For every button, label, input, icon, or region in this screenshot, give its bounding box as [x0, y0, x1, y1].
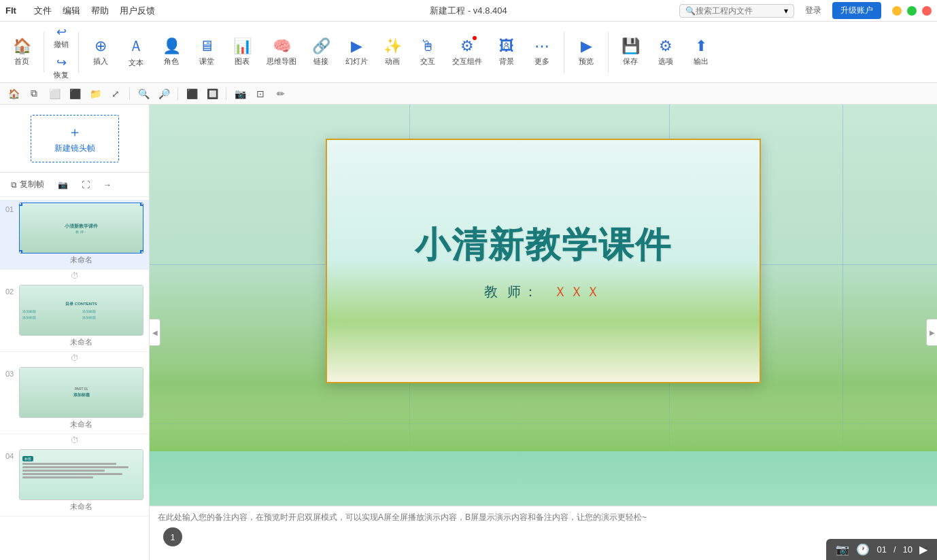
tool-options[interactable]: ⚙ 选项 — [649, 35, 682, 69]
toggle-right-sidebar[interactable]: ▶ — [926, 319, 937, 346]
tb2-align-left-icon[interactable]: ⬛ — [184, 86, 200, 102]
home-icon: 🏠 — [13, 37, 31, 55]
text-label: 文本 — [129, 58, 143, 68]
tb2-home-icon[interactable]: 🏠 — [5, 86, 22, 102]
slide-name-3: 未命名 — [19, 418, 143, 431]
tool-redo[interactable]: ↪ 恢复 — [50, 53, 73, 82]
tool-save[interactable]: 💾 保存 — [614, 35, 647, 69]
menu-file[interactable]: 文件 — [34, 5, 52, 17]
tb2-duplicate-icon[interactable]: ⬛ — [67, 86, 83, 102]
notes-textarea[interactable] — [158, 512, 929, 531]
link-label: 链接 — [313, 56, 328, 67]
slide-wrapper-3: PART 01 添加标题 未命名 — [19, 367, 143, 431]
slide-item-2[interactable]: 02 目录 CONTENTS 添加标题 添加标题 添加标题 添加标题 — [0, 282, 149, 352]
tb2-sep-3 — [226, 88, 226, 100]
tool-more[interactable]: ⋯ 更多 — [526, 35, 558, 69]
tool-home[interactable]: 🏠 首页 — [5, 35, 38, 69]
upgrade-button[interactable]: 升级账户 — [832, 2, 881, 19]
new-frame-label: 新建镜头帧 — [54, 143, 95, 154]
tool-animation[interactable]: ✨ 动画 — [376, 35, 409, 69]
arrow-icon: → — [103, 180, 112, 190]
slide-num-2: 02 — [5, 285, 19, 296]
search-box[interactable]: 🔍 ▾ — [679, 4, 794, 18]
chart-icon: 📊 — [233, 37, 252, 55]
menu-edit[interactable]: 编辑 — [63, 5, 80, 17]
options-label: 选项 — [658, 56, 673, 67]
tool-role[interactable]: 👤 角色 — [155, 35, 188, 69]
thumb-sub-1: 教 师： — [75, 230, 86, 234]
toggle-left-sidebar[interactable]: ◀ — [150, 319, 160, 346]
slide-main-title: 小清新教学课件 — [415, 222, 672, 269]
maximize-button[interactable] — [907, 6, 917, 16]
undo-redo-group: ↩ 撤销 ↪ 恢复 — [50, 22, 73, 82]
background-icon: 🖼 — [499, 37, 514, 55]
slide-icon: ▶ — [351, 37, 362, 55]
tool-chart[interactable]: 📊 图表 — [226, 35, 258, 69]
minimize-button[interactable] — [892, 6, 902, 16]
search-input[interactable] — [696, 6, 784, 16]
tool-classroom[interactable]: 🖥 课堂 — [190, 35, 223, 69]
search-dropdown-icon[interactable]: ▾ — [784, 6, 788, 16]
menu-help[interactable]: 帮助 — [91, 5, 109, 17]
tb2-paste-icon[interactable]: ⬜ — [46, 86, 63, 102]
tb2-group-icon[interactable]: 📁 — [87, 86, 103, 102]
playback-next-icon[interactable]: ▶ — [919, 543, 927, 556]
tool-insert[interactable]: ⊕ 插入 — [84, 35, 117, 69]
slide-label: 幻灯片 — [345, 56, 368, 67]
canvas-deco-water — [150, 451, 937, 506]
screenshot-button[interactable]: 📷 — [54, 178, 72, 192]
secondary-toolbar: 🏠 ⧉ ⬜ ⬛ 📁 ⤢ 🔍 🔎 ⬛ 🔲 📷 ⊡ ✏ — [0, 83, 937, 105]
new-frame-area[interactable]: ＋ 新建镜头帧 — [0, 105, 149, 173]
slide-item-3[interactable]: 03 PART 01 添加标题 未命名 — [0, 364, 149, 434]
screenshot-icon: 📷 — [58, 180, 68, 190]
toolbar-sep-4 — [608, 32, 609, 73]
redo-label: 恢复 — [54, 70, 69, 80]
playback-play-icon[interactable]: 🕐 — [856, 543, 870, 556]
role-icon: 👤 — [163, 37, 181, 55]
slide-canvas[interactable]: 小清新教学课件 教 师： ＸＸＸ — [326, 139, 761, 383]
slide-name-2: 未命名 — [19, 336, 143, 349]
copy-icon: ⧉ — [11, 180, 17, 190]
tb2-camera-icon[interactable]: 📷 — [232, 86, 248, 102]
insert-label: 插入 — [93, 56, 108, 67]
preview-icon: ▶ — [581, 37, 592, 55]
undo-label: 撤销 — [54, 39, 69, 50]
fullscreen-button[interactable]: ⛶ — [78, 178, 94, 192]
tool-interact[interactable]: 🖱 交互 — [411, 35, 444, 69]
tool-slide[interactable]: ▶ 幻灯片 — [340, 35, 373, 69]
interact-label: 交互 — [420, 56, 435, 67]
tool-link[interactable]: 🔗 链接 — [305, 35, 337, 69]
tb2-crop-icon[interactable]: ⊡ — [252, 86, 269, 102]
chart-label: 图表 — [235, 56, 250, 67]
tool-background[interactable]: 🖼 背景 — [490, 35, 523, 69]
copy-frame-label: 复制帧 — [20, 179, 44, 190]
slide-item-1[interactable]: 01 小清新教学课件 教 师： 未命名 — [0, 200, 149, 270]
playback-separator: / — [893, 544, 896, 555]
interact-group-label: 交互组件 — [452, 56, 482, 67]
tb2-zoom-out-icon[interactable]: 🔎 — [156, 86, 172, 102]
tool-text[interactable]: Ａ 文本 — [120, 33, 152, 71]
tool-preview[interactable]: ▶ 预览 — [570, 35, 602, 69]
close-button[interactable] — [922, 6, 932, 16]
menu-feedback[interactable]: 用户反馈 — [120, 5, 155, 17]
tb2-expand-icon[interactable]: ⤢ — [107, 86, 124, 102]
slide-num-1: 01 — [5, 203, 19, 213]
playback-prev-icon[interactable]: 📷 — [836, 543, 849, 556]
mindmap-icon: 🧠 — [273, 37, 291, 55]
tb2-copy-icon[interactable]: ⧉ — [26, 86, 42, 102]
copy-frame-button[interactable]: ⧉ 复制帧 — [7, 177, 48, 192]
slide-item-4[interactable]: 04 标签 — [0, 447, 149, 517]
animation-label: 动画 — [385, 56, 400, 67]
tb2-zoom-in-icon[interactable]: 🔍 — [135, 86, 152, 102]
tb2-align-icon[interactable]: 🔲 — [204, 86, 220, 102]
canvas-area: ◀ ▶ 小清新教学 — [150, 105, 937, 560]
tool-interact-group[interactable]: ⚙ 交互组件 — [447, 35, 488, 69]
arrow-button[interactable]: → — [99, 178, 116, 192]
login-button[interactable]: 登录 — [800, 3, 827, 18]
tool-export[interactable]: ⬆ 输出 — [685, 35, 717, 69]
tool-mindmap[interactable]: 🧠 思维导图 — [261, 35, 302, 69]
tb2-edit-icon[interactable]: ✏ — [273, 86, 289, 102]
interact-group-icon: ⚙ — [460, 37, 474, 55]
text-icon: Ａ — [129, 36, 143, 56]
tool-undo[interactable]: ↩ 撤销 — [50, 22, 73, 52]
